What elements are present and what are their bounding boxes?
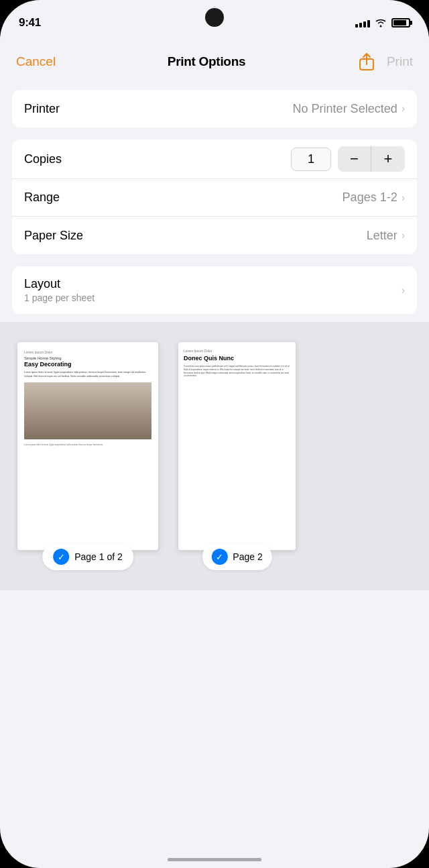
options-section: Copies 1 − + Range Pages 1-2 › Paper Siz…: [12, 140, 417, 254]
status-icons: [355, 18, 410, 28]
preview-page1-subtitle: Simple Home Styling: [24, 356, 151, 360]
preview-page-2-container[interactable]: Lorem Ipsum Dolor Donec Quis Nunc Consec…: [173, 342, 301, 550]
nav-bar: Cancel Print Options Print: [0, 36, 429, 85]
copies-value: 1: [291, 148, 331, 171]
signal-icon: [355, 18, 370, 28]
preview-page1-caption: Lorem ipsum dolor sit amet, ligula suspe…: [24, 443, 151, 447]
home-indicator[interactable]: [168, 858, 261, 861]
furniture-image: [24, 382, 151, 439]
printer-section: Printer No Printer Selected ›: [12, 90, 417, 127]
signal-bar-4: [367, 20, 370, 28]
share-button[interactable]: [357, 52, 376, 71]
bg-overlay: [24, 382, 151, 439]
wifi-icon: [375, 18, 387, 28]
range-row[interactable]: Range Pages 1-2 ›: [12, 179, 417, 217]
battery-icon: [391, 18, 410, 28]
print-button[interactable]: Print: [387, 54, 413, 69]
screen-content: Cancel Print Options Print Printer No Pr…: [0, 36, 429, 868]
range-chevron-icon: ›: [402, 192, 405, 204]
page2-badge-label: Page 2: [233, 551, 262, 562]
page1-check-icon: ✓: [53, 549, 69, 565]
battery-fill: [393, 20, 406, 25]
paper-size-row[interactable]: Paper Size Letter ›: [12, 217, 417, 254]
paper-size-chevron-icon: ›: [402, 229, 405, 241]
preview-page1-title: Easy Decorating: [24, 361, 151, 368]
preview-page2-heading: Donec Quis Nunc: [184, 355, 290, 362]
page-title: Print Options: [168, 54, 245, 69]
preview-page-1-container[interactable]: Lorem Ipsum Dolor Simple Home Styling Ea…: [11, 342, 165, 550]
cancel-button[interactable]: Cancel: [16, 54, 56, 69]
preview-page1-body-area: Lorem ipsum dolor sit amet, ligula suspe…: [24, 371, 151, 378]
layout-section: Layout 1 page per sheet ›: [12, 266, 417, 314]
preview-page1-image: [24, 382, 151, 439]
page2-check-icon: ✓: [211, 549, 227, 565]
phone-frame: 9:41 Cancel P: [0, 0, 429, 868]
range-label: Range: [24, 191, 60, 205]
battery-tip: [410, 21, 412, 25]
range-value: Pages 1-2: [343, 191, 397, 205]
layout-sublabel: 1 page per sheet: [24, 292, 95, 303]
printer-label: Printer: [24, 102, 60, 116]
paper-size-value-group: Letter ›: [367, 229, 405, 243]
preview-page2-eyebrow: Lorem Ipsum Dolor: [184, 349, 290, 353]
range-value-group: Pages 1-2 ›: [343, 191, 405, 205]
layout-label: Layout: [24, 277, 95, 291]
page2-badge: ✓ Page 2: [202, 543, 271, 570]
preview-page1-body: Lorem ipsum dolor sit amet, ligula suspe…: [24, 371, 151, 378]
preview-page2-body: Consectetur arcu ipsum ornare pellentesq…: [184, 365, 290, 378]
printer-value: No Printer Selected: [293, 102, 397, 116]
copies-increment-button[interactable]: +: [371, 146, 405, 172]
layout-row[interactable]: Layout 1 page per sheet ›: [12, 266, 417, 314]
page1-badge-label: Page 1 of 2: [74, 551, 123, 562]
signal-bar-1: [355, 24, 358, 28]
preview-page1-eyebrow: Lorem Ipsum Dolor: [24, 350, 151, 354]
copies-row: Copies 1 − +: [12, 140, 417, 179]
camera-notch: [205, 8, 224, 27]
preview-page-2: Lorem Ipsum Dolor Donec Quis Nunc Consec…: [178, 342, 296, 550]
signal-bar-3: [363, 21, 366, 28]
preview-wrapper: Lorem Ipsum Dolor Simple Home Styling Ea…: [0, 335, 429, 590]
printer-row[interactable]: Printer No Printer Selected ›: [12, 90, 417, 127]
printer-chevron-icon: ›: [402, 103, 405, 115]
layout-chevron-icon: ›: [402, 284, 405, 296]
preview-page-1: Lorem Ipsum Dolor Simple Home Styling Ea…: [17, 342, 158, 550]
printer-value-group: No Printer Selected ›: [293, 102, 405, 116]
nav-right-actions: Print: [357, 52, 413, 71]
page1-badge: ✓ Page 1 of 2: [42, 543, 133, 570]
paper-size-value: Letter: [367, 229, 397, 243]
copies-label: Copies: [24, 152, 62, 166]
paper-size-label: Paper Size: [24, 229, 83, 243]
copies-control: 1 − +: [291, 146, 405, 172]
signal-bar-2: [359, 23, 362, 28]
status-time: 9:41: [19, 16, 41, 30]
layout-text-group: Layout 1 page per sheet: [24, 277, 95, 303]
copies-decrement-button[interactable]: −: [338, 146, 371, 172]
preview-area: Lorem Ipsum Dolor Simple Home Styling Ea…: [0, 322, 429, 590]
